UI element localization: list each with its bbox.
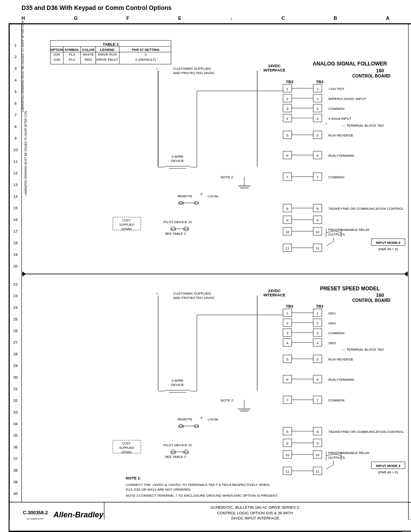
svg-text:6: 6 (317, 154, 319, 158)
svg-text:INPUT MODE 6: INPUT MODE 6 (376, 241, 401, 245)
svg-text:O II: O II (194, 425, 199, 428)
svg-text:2-WIRE: 2-WIRE (171, 155, 184, 159)
svg-text:+10V POT: +10V POT (328, 87, 345, 91)
svg-text:CONTROL LOGIC OPTION D35 & 36 : CONTROL LOGIC OPTION D35 & 36 WITH (217, 511, 293, 515)
top-ruler: H G F E ↓ C B A (9, 15, 402, 22)
svg-text:1: 1 (14, 43, 16, 47)
svg-text:LOCAL: LOCAL (208, 417, 219, 421)
svg-text:16: 16 (13, 218, 18, 222)
svg-text:1: 1 (317, 87, 319, 91)
svg-text:11: 11 (286, 246, 290, 250)
svg-text:DRIVE FAULT: DRIVE FAULT (97, 58, 118, 62)
svg-text:RUN FORWARD: RUN FORWARD (328, 378, 355, 382)
svg-text:PAR 47 SETTING: PAR 47 SETTING (132, 48, 159, 52)
svg-text:PL3: PL3 (69, 53, 75, 56)
ruler-label-a: A (386, 16, 389, 21)
svg-text:9: 9 (286, 218, 289, 222)
svg-text:13: 13 (13, 183, 18, 187)
svg-text:22: 22 (13, 282, 18, 286)
svg-text:NOTE 2:CONNECT TERMINAL 7 TO E: NOTE 2:CONNECT TERMINAL 7 TO ENCLOSURE G… (126, 494, 278, 498)
svg-text:TB3: TB3 (286, 80, 293, 84)
svg-text:CUST.: CUST. (122, 219, 131, 222)
svg-text:6: 6 (286, 154, 289, 158)
svg-text:24VDC: 24VDC (268, 289, 281, 293)
svg-text:2: 2 (286, 321, 289, 325)
svg-text:SCHEMATIC, BULLETIN 160 AC DRI: SCHEMATIC, BULLETIN 160 AC DRIVE SERIES … (211, 505, 300, 510)
svg-text:2: 2 (286, 97, 289, 101)
schematic-area: 1 2 3 4 5 6 7 8 9 10 11 12 13 14 15 16 1… (9, 23, 411, 532)
svg-text:2: 2 (14, 55, 16, 59)
svg-text:RED: RED (85, 58, 92, 62)
svg-text:14: 14 (13, 194, 18, 199)
svg-text:9: 9 (317, 218, 319, 222)
svg-text:NOTE 1:: NOTE 1: (126, 476, 141, 480)
svg-text:D13, D33 OR MX12 ARE NOT ORDER: D13, D33 OR MX12 ARE NOT ORDERED. (126, 488, 192, 492)
svg-text:TB3: TB3 (316, 304, 323, 308)
svg-text:INPUT MODE 6: INPUT MODE 6 (376, 464, 401, 468)
svg-text:35: 35 (13, 433, 18, 438)
svg-text:12: 12 (13, 171, 18, 175)
svg-text:— TERMINAL BLOCK TB3: — TERMINAL BLOCK TB3 (342, 124, 384, 128)
svg-text:REMOTE: REMOTE (177, 417, 192, 421)
svg-text:5: 5 (317, 358, 319, 361)
svg-text:— TERMINAL BLOCK TB3: — TERMINAL BLOCK TB3 (342, 348, 384, 352)
svg-text:25: 25 (13, 317, 18, 321)
svg-text:11: 11 (316, 246, 320, 250)
svg-text:CUSTOMER SUPPLIED: CUSTOMER SUPPLIED (173, 292, 211, 296)
svg-text:(X2): (X2) (170, 227, 176, 231)
svg-text:3: 3 (14, 66, 16, 71)
svg-text:11: 11 (13, 159, 18, 164)
svg-text:34: 34 (13, 422, 18, 426)
svg-text:6: 6 (286, 378, 289, 382)
svg-text:CUSTOMER SUPPLIED: CUSTOMER SUPPLIED (173, 67, 211, 71)
svg-text:2-WIRE: 2-WIRE (171, 379, 184, 383)
svg-text:38: 38 (13, 468, 18, 473)
svg-text:24: 24 (13, 305, 18, 310)
svg-text:37: 37 (13, 457, 18, 461)
svg-text:D36: D36 (54, 58, 60, 62)
svg-text:11: 11 (286, 470, 290, 473)
svg-text:1: 1 (286, 311, 289, 315)
svg-text:LOCAL: LOCAL (208, 194, 219, 198)
svg-text:25: 25 (188, 444, 192, 447)
svg-text:1: 1 (286, 87, 289, 91)
svg-text:SUPPLIED: SUPPLIED (119, 223, 134, 226)
svg-text:25: 25 (188, 221, 192, 224)
svg-text:160: 160 (376, 292, 384, 298)
svg-text:COLOR: COLOR (82, 48, 95, 52)
svg-text:CONTROL BOARD: CONTROL BOARD (352, 298, 391, 303)
svg-text:6: 6 (14, 101, 16, 106)
svg-text:160: 160 (376, 68, 384, 73)
svg-text:LAMINATED DRAWING MUST BE ISSU: LAMINATED DRAWING MUST BE ISSUED TO SHOP… (24, 111, 27, 196)
svg-text:-: - (259, 292, 261, 296)
svg-text:4: 4 (286, 341, 289, 345)
left-vertical-label: LAMINATED DRAWING MUST BE ISSUED TO SHOP… (21, 0, 24, 112)
svg-text:CONNECT THE -24VDC & +24VDC TO: CONNECT THE -24VDC & +24VDC TO TERMINALS… (126, 483, 269, 487)
svg-text:33: 33 (13, 410, 18, 414)
svg-text:5: 5 (286, 134, 289, 137)
svg-text:3: 3 (286, 107, 289, 111)
svg-text:(OX): (OX) (178, 202, 184, 205)
svg-text:SEE TABLE 2: SEE TABLE 2 (165, 455, 186, 459)
svg-text:8: 8 (286, 430, 289, 434)
svg-text:SEE TABLE 2: SEE TABLE 2 (165, 232, 186, 236)
svg-text:Allen-Bradley: Allen-Bradley (53, 510, 104, 519)
svg-text:AND PROTECTED 24VDC: AND PROTECTED 24VDC (173, 296, 215, 300)
svg-text:15: 15 (13, 206, 18, 210)
svg-text:∨: ∨ (200, 416, 202, 420)
svg-text:LEGEND: LEGEND (100, 48, 115, 52)
svg-text:7: 7 (286, 175, 289, 179)
svg-text:PILOT DEVICE: PILOT DEVICE (164, 443, 187, 447)
svg-text:SW1: SW1 (328, 311, 336, 315)
svg-text:27: 27 (13, 340, 18, 345)
svg-text:PROGRAMMABLE RELAY: PROGRAMMABLE RELAY (328, 228, 370, 232)
svg-text:C-300358-2: C-300358-2 (23, 510, 48, 515)
svg-text:39: 39 (13, 480, 18, 484)
svg-text:10: 10 (286, 230, 290, 234)
svg-text:DEVICE: DEVICE (171, 159, 184, 163)
svg-text:18: 18 (13, 241, 18, 245)
svg-text:2: 2 (317, 321, 319, 325)
svg-text:DRIVE RUN: DRIVE RUN (98, 53, 117, 56)
svg-text:3: 3 (317, 107, 319, 111)
svg-text:SW2: SW2 (328, 321, 336, 325)
